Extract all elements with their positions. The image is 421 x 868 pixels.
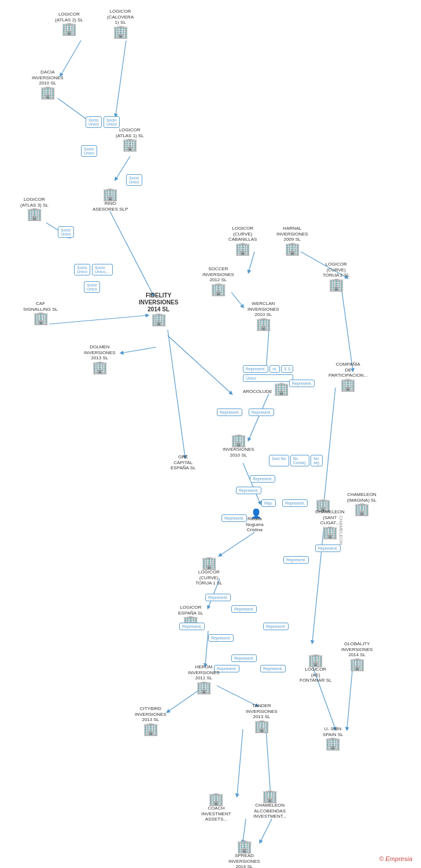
svg-line-29 [168,330,185,457]
compania-node: COMPAÑÍA DE PARTICIPACION... 🏢 [328,362,368,391]
svg-line-12 [341,286,353,370]
svg-line-15 [220,532,254,556]
represent-badge-r: Represent. [282,499,308,507]
socio-unico-badges-top: SocioÚnico SocioÚnico [86,116,120,128]
harnal-node: HARNAL INVERSIONES 2009 SL 🏢 [276,226,308,255]
dacia-node: DACIA INVERSIONES 2010 SL 🏢 [32,69,64,99]
svg-line-2 [58,98,90,122]
building-icon: 🏢 [256,318,271,330]
building-icon-highlighted: 🏢 [151,313,167,326]
represent-espana2: Represent. [208,634,234,642]
copyright: © Empresia [379,855,412,862]
building-icon: 🏢 [61,23,77,35]
svg-line-22 [243,819,246,842]
caf-node: CAF SIGNALLING SL 🏢 [23,301,58,325]
building-icon: 🏢 [40,86,56,99]
dolmen-node: DOLMEN INVERSIONES 2013 SL 🏢 [84,344,116,374]
represent-torija1-2: Represent. [231,605,257,613]
building-icon: 🏢 [262,790,278,803]
logicor-curve-torija2-node: LOGICOR (CURVE) TORIJA 2 SL 🏢 [323,262,350,291]
building-icon: 🏢 [143,723,158,735]
represent-badge-right: Represent. [289,379,315,388]
represent-chameleon: Represent. [315,544,341,553]
svg-line-20 [237,729,243,796]
globality-node: GLOBALITY INVERSIONES 2014 SL 🏢 [341,641,373,671]
herom-node: HEROM INVERSIONES 2011 SL 🏢 [188,664,220,694]
logicor-calovera-node: LOGICOR (CALOVERA 1) SL 🏢 [107,9,134,38]
represent-gre: Represent. [250,475,275,483]
building-icon: 🏢 [237,840,252,853]
socio-badges-rino: SocioÚnico SocioÚnico,... [74,263,113,276]
represent-right2: Represent. [263,622,289,631]
building-icon: 🏢 [196,681,212,694]
svg-line-27 [347,665,353,729]
building-icon: 🏢 [102,188,118,201]
building-icon: 🏢 [201,557,217,569]
building-icon: 🏢 [340,378,356,391]
werclan-node: WERCLAN INVERSIONES 2010 SL 🏢 [248,301,279,330]
rep-badge: Rep. [261,499,276,507]
socio-unico-badge-2: SocioÚnico [104,116,120,128]
socio-unico-badge-3: SocioÚnico [81,145,97,157]
building-icon: 🏢 [33,312,49,325]
logicor-atlas3-node: LOGICOR (ATLAS 3) SL 🏢 [20,197,49,220]
building-icon: 🏢 [211,283,226,296]
building-icon: 🏢 [308,654,323,667]
represent-ae2: Represent. [260,664,286,673]
gre-capital-node: GRE CAPITAL ESPAÑA SL [171,454,195,471]
building-icon: 🏢 [354,503,370,516]
no-consej-badges: Soci No NoConsej. Nosej. [269,454,323,467]
svg-line-6 [49,315,147,324]
building-icon: 🏢 [325,737,341,750]
logicor-torija1-node: 🏢 LOGICOR (CURVE) TORIJA 1 SL [195,557,223,586]
represent-torija1: Represent. [205,593,231,602]
svg-line-14 [243,463,260,503]
represent-left: Represent. [221,514,247,523]
building-icon: 🏢 [208,793,224,806]
svg-line-21 [266,729,271,796]
svg-line-0 [61,41,81,75]
building-icon: 🏢 [113,25,128,38]
rino-node: 🏢 RINO ASESORES SLP [93,188,128,212]
represent-chameleon2: Represent. [283,556,309,564]
citybird-node: CITYBIRD INVERSIONES 2013 SL 🏢 [135,706,167,735]
socio-unico-badge-1: SocioÚnico [86,116,102,128]
socio-unico-badge-5: SocioÚnico [58,226,74,238]
represent-gre2: Represent. [236,486,261,495]
building-icon: 🏢 [231,434,246,447]
svg-line-28 [168,336,231,393]
building-icon: 🏢 [274,381,289,396]
building-icon: 🏢 [122,138,138,151]
chameleon-rotated-label: CHAMELEON [338,516,344,545]
logicor-ae-node: 🏢 LOGICOR (AE) FONTANAR SL [300,654,331,683]
spread-node: 🏢 SPREAD INVERSIONES 2014 SL [228,840,260,868]
svg-line-1 [116,41,126,116]
logicor-atlas1-node: LOGICOR (ATLAS 1) SL 🏢 [116,127,144,151]
svg-line-24 [324,388,335,503]
socio-unico-badge-single: SocioÚnico [81,145,97,157]
building-icon: 🏢 [235,242,250,255]
fidelity-node: FIDELITY INVERSIONES 2014 SL 🏢 [139,292,178,326]
coach-node: 🏢 COACH INVESTMENT ASSETS... [201,793,231,822]
building-icon: 🏢 [285,242,300,255]
svg-line-5 [110,211,153,295]
svg-line-7 [121,347,156,353]
socio-unico-badge-4: SocioÚnico [126,174,142,186]
represent-espana: Represent. [179,622,205,631]
represent-ae: Represent. [231,654,257,663]
chameleon-imagina-node: CHAMELEON (IMAGINA) SL 🏢 [347,492,376,516]
logicor-curve-cab-node: LOGICOR (CURVE) CABANILLAS 🏢 [228,226,257,255]
logicor-atlas2-node: LOGICOR (ATLAS 2) SL 🏢 [55,12,83,35]
building-icon: 🏢 [349,658,365,671]
soccer-node: SOCCER INVERSIONES 2012 SL 🏢 [202,266,234,296]
building-icon: 🏢 [328,278,344,291]
ribalta-node: Ribalta Noguera Cristina [246,516,264,533]
building-icon: 🏢 [254,720,269,733]
tander-node: TANDER INVERSIONES 2013 SL 🏢 [246,703,278,733]
represent-badges-mid: Represent. [217,408,242,417]
socio-badge-rino2: SocioÚnico [84,281,100,293]
building-icon: 🏢 [92,361,108,374]
represent-badge-mid2: Represent. [249,408,274,417]
svg-line-13 [249,393,269,440]
u-shin-node: U- SHIN SPAIN SL 🏢 [323,726,343,750]
